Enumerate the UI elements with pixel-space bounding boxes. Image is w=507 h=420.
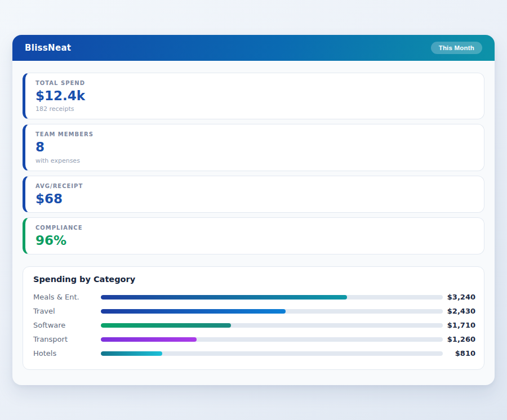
stat-value: $12.4k: [35, 89, 474, 103]
category-label: Software: [33, 321, 101, 329]
category-label: Hotels: [33, 349, 101, 358]
stat-card-avg-receipt: AVG/RECEIPT $68: [23, 176, 484, 213]
category-label: Travel: [33, 307, 101, 315]
stat-subtext: 182 receipts: [35, 105, 474, 113]
section-title: Spending by Category: [33, 275, 475, 284]
bar-fill: [101, 295, 347, 300]
dashboard-content: TOTAL SPEND $12.4k 182 receipts TEAM MEM…: [12, 61, 495, 370]
category-label: Meals & Ent.: [33, 293, 101, 301]
period-badge[interactable]: This Month: [431, 42, 482, 54]
stat-card-compliance: COMPLIANCE 96%: [23, 217, 484, 254]
category-value: $1,260: [443, 335, 475, 343]
bar-fill: [101, 337, 197, 342]
bar-track: [101, 323, 443, 328]
bar-track: [101, 351, 443, 356]
dashboard-panel: BlissNeat This Month TOTAL SPEND $12.4k …: [12, 35, 495, 385]
stat-value: 8: [35, 140, 474, 154]
category-row: Software $1,710: [33, 318, 475, 332]
stat-value: $68: [35, 192, 474, 206]
bar-track: [101, 295, 443, 300]
category-value: $1,710: [443, 321, 475, 329]
stat-label: COMPLIANCE: [35, 225, 474, 231]
bar-track: [101, 309, 443, 314]
stat-label: TEAM MEMBERS: [35, 131, 474, 137]
bar-fill: [101, 323, 231, 328]
stat-label: TOTAL SPEND: [35, 80, 474, 86]
stat-subtext: with expenses: [35, 157, 474, 164]
category-row: Meals & Ent. $3,240: [33, 290, 475, 304]
app-title: BlissNeat: [25, 43, 71, 53]
bar-fill: [101, 351, 162, 356]
bar-track: [101, 337, 443, 342]
spending-by-category-card: Spending by Category Meals & Ent. $3,240…: [23, 266, 484, 370]
stat-label: AVG/RECEIPT: [35, 183, 474, 189]
bar-fill: [101, 309, 286, 314]
stat-card-team-members: TEAM MEMBERS 8 with expenses: [23, 124, 484, 171]
category-row: Travel $2,430: [33, 304, 475, 318]
stat-card-total-spend: TOTAL SPEND $12.4k 182 receipts: [23, 73, 484, 119]
category-value: $3,240: [443, 293, 475, 301]
stat-value: 96%: [35, 234, 474, 248]
category-row: Transport $1,260: [33, 332, 475, 346]
app-header: BlissNeat This Month: [12, 35, 495, 61]
category-row: Hotels $810: [33, 346, 475, 360]
category-value: $810: [443, 349, 475, 358]
category-label: Transport: [33, 335, 101, 343]
category-value: $2,430: [443, 307, 475, 315]
